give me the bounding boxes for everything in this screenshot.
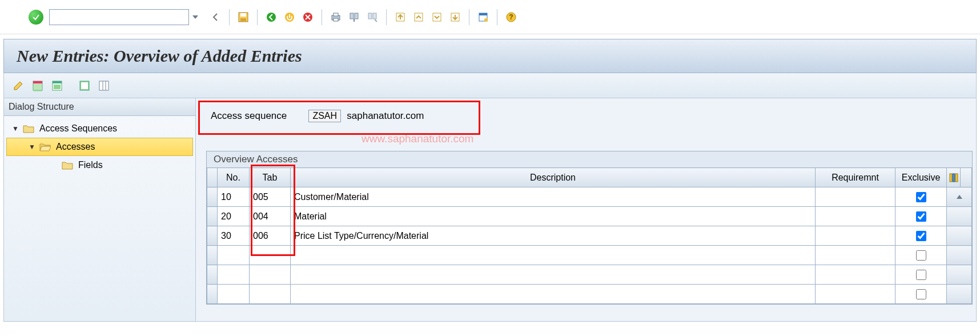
configure-columns-icon[interactable] [98, 79, 110, 92]
cell-no[interactable]: 20 [218, 207, 250, 226]
system-toolbar: ? [0, 0, 980, 34]
scroll-track[interactable] [947, 207, 972, 226]
tree-node-fields[interactable]: ▼ Fields [6, 156, 193, 174]
first-page-icon[interactable] [393, 10, 407, 24]
svg-rect-7 [334, 13, 338, 16]
cell-exclusive[interactable] [895, 265, 947, 285]
row-selector[interactable] [207, 246, 218, 265]
last-page-icon[interactable] [448, 10, 462, 24]
cell-exclusive[interactable] [895, 207, 947, 226]
col-header-tab[interactable]: Tab [250, 168, 291, 187]
row-selector[interactable] [207, 226, 218, 246]
cell-req[interactable] [816, 187, 895, 207]
cell-tab[interactable] [250, 265, 291, 285]
find-next-icon[interactable] [366, 10, 379, 24]
collapse-icon[interactable]: ▼ [27, 143, 37, 151]
scroll-track[interactable] [947, 246, 972, 265]
row-selector-header[interactable] [207, 168, 218, 187]
cell-no[interactable] [218, 285, 250, 304]
access-sequence-desc: saphanatutor.com [347, 110, 424, 122]
table-header-row: No. Tab Description Requiremnt Exclusive [207, 168, 972, 187]
col-header-req[interactable]: Requiremnt [816, 168, 895, 187]
find-icon[interactable] [347, 10, 361, 24]
next-page-icon[interactable] [430, 10, 444, 24]
cell-req[interactable] [816, 285, 895, 304]
cell-desc[interactable]: Customer/Material [291, 187, 816, 207]
cell-tab[interactable]: 006 [250, 226, 291, 246]
help-icon[interactable]: ? [504, 10, 518, 24]
command-field[interactable] [49, 9, 189, 25]
access-sequence-code: ZSAH [308, 110, 341, 122]
table-settings-button[interactable] [947, 168, 961, 187]
cell-no[interactable] [218, 246, 250, 265]
cell-req[interactable] [816, 265, 895, 285]
save-icon[interactable] [236, 10, 250, 24]
enter-button[interactable] [29, 10, 43, 25]
cell-no[interactable]: 10 [218, 187, 250, 207]
cell-no[interactable] [218, 265, 250, 285]
exclusive-checkbox[interactable] [916, 250, 926, 261]
exclusive-checkbox[interactable] [916, 270, 926, 280]
col-header-desc[interactable]: Description [291, 168, 816, 187]
cell-exclusive[interactable] [895, 187, 947, 207]
tree-label: Fields [78, 160, 103, 170]
svg-rect-28 [54, 85, 61, 89]
cell-tab[interactable] [250, 246, 291, 265]
svg-point-3 [267, 13, 276, 22]
exclusive-checkbox[interactable] [916, 192, 926, 202]
cell-tab[interactable]: 004 [250, 207, 291, 226]
back-icon[interactable] [264, 10, 278, 24]
cell-desc[interactable] [291, 285, 816, 304]
row-selector[interactable] [207, 207, 218, 226]
dialog-structure-pane: Dialog Structure ▼ Access Sequences ▼ Ac… [4, 98, 196, 321]
cell-tab[interactable]: 005 [250, 187, 291, 207]
scroll-track[interactable] [947, 226, 972, 246]
cell-no[interactable]: 30 [218, 226, 250, 246]
cell-exclusive[interactable] [895, 285, 947, 304]
folder-open-icon [39, 142, 51, 152]
table-row: 30006Price List Type/Currency/Material [207, 226, 972, 246]
folder-closed-icon [22, 123, 35, 134]
cell-exclusive[interactable] [895, 246, 947, 265]
scroll-up-icon[interactable] [957, 195, 962, 199]
command-dropdown-icon[interactable] [192, 15, 198, 19]
cell-req[interactable] [816, 207, 895, 226]
svg-rect-13 [373, 13, 376, 19]
cell-desc[interactable]: Price List Type/Currency/Material [291, 226, 816, 246]
select-block-icon[interactable] [51, 79, 63, 92]
table-row [207, 246, 972, 265]
scroll-track[interactable] [947, 285, 972, 304]
prev-page-icon[interactable] [412, 10, 425, 24]
svg-rect-27 [53, 81, 62, 83]
access-sequence-label: Access sequence [211, 110, 287, 122]
scroll-track[interactable] [947, 187, 972, 207]
row-selector[interactable] [207, 285, 218, 304]
change-icon[interactable] [12, 79, 25, 92]
tree-node-access-sequences[interactable]: ▼ Access Sequences [6, 119, 193, 138]
col-header-exc[interactable]: Exclusive [895, 168, 947, 187]
tree-node-accesses[interactable]: ▼ Accesses [6, 138, 193, 156]
exit-icon[interactable] [283, 10, 296, 24]
menu-back-icon[interactable] [208, 10, 222, 24]
cell-desc[interactable] [291, 246, 816, 265]
cell-req[interactable] [816, 246, 895, 265]
collapse-icon[interactable]: ▼ [11, 125, 20, 133]
cell-req[interactable] [816, 226, 895, 246]
col-header-no[interactable]: No. [218, 168, 250, 187]
select-all-icon[interactable] [31, 79, 44, 92]
cancel-icon[interactable] [301, 10, 315, 24]
exclusive-checkbox[interactable] [916, 231, 926, 241]
exclusive-checkbox[interactable] [916, 211, 926, 222]
exclusive-checkbox[interactable] [916, 289, 926, 299]
new-session-icon[interactable] [476, 10, 490, 24]
print-icon[interactable] [329, 10, 343, 24]
cell-tab[interactable] [250, 285, 291, 304]
cell-desc[interactable]: Material [291, 207, 816, 226]
row-selector[interactable] [207, 265, 218, 285]
cell-desc[interactable] [291, 265, 816, 285]
deselect-all-icon[interactable] [78, 79, 91, 92]
scroll-track[interactable] [947, 265, 972, 285]
row-selector[interactable] [207, 187, 218, 207]
cell-exclusive[interactable] [895, 226, 947, 246]
table-caption: Overview Accesses [207, 151, 972, 167]
